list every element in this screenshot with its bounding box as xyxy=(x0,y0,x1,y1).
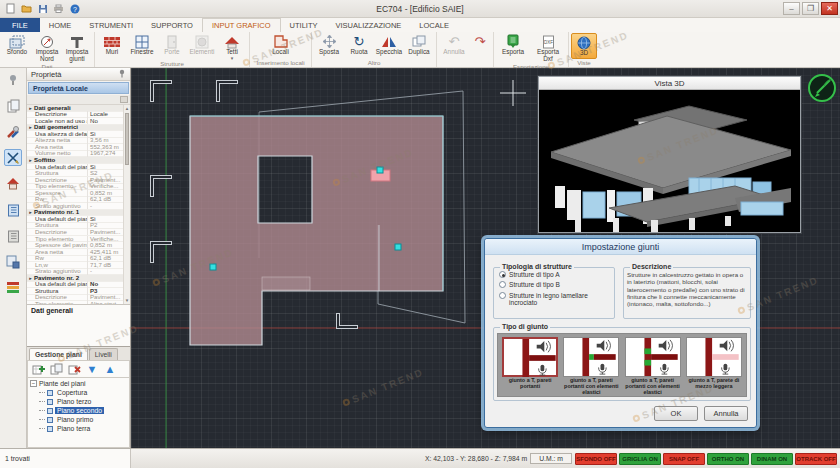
ribbon-group-strutture: Muri Finestre Porte Elementi Tetti xyxy=(95,32,250,67)
ribbon-tab[interactable]: HOME xyxy=(40,18,81,32)
compass-icon[interactable] xyxy=(807,73,837,107)
tools-icon[interactable] xyxy=(4,123,22,140)
sort-button[interactable] xyxy=(120,96,128,103)
group-expander-icon[interactable]: ▸ xyxy=(27,124,34,130)
property-value: 0,852 m xyxy=(87,190,123,196)
sheets-icon[interactable] xyxy=(4,97,22,114)
specchia-button[interactable]: Specchia xyxy=(374,33,404,59)
restore-button[interactable]: ❐ xyxy=(802,2,819,15)
property-label: Tipo elemento xyxy=(27,301,87,304)
sposta-button[interactable]: Sposta xyxy=(314,33,344,59)
tree-root[interactable]: −Piante dei piani xyxy=(30,379,127,388)
scrollbar-thumb[interactable] xyxy=(125,113,129,165)
radio-icon[interactable] xyxy=(499,281,506,288)
house-icon[interactable] xyxy=(4,175,22,192)
redo-button[interactable]: ↷ xyxy=(469,33,491,59)
property-grid-scrollbar[interactable]: ▲ ▼ xyxy=(123,105,130,304)
status-badge[interactable]: OTRACK OFF xyxy=(795,453,837,465)
close-button[interactable]: ✕ xyxy=(821,2,838,15)
status-badge[interactable]: GRIGLIA ON xyxy=(619,453,661,465)
tetti-button[interactable]: Tetti ▾ xyxy=(217,33,247,60)
radio-option[interactable]: Strutture di tipo A xyxy=(499,271,610,278)
tree-item[interactable]: Piano secondo xyxy=(39,406,127,415)
tree-item[interactable]: Copertura xyxy=(39,388,127,397)
esporta-button[interactable]: Esporta xyxy=(496,33,530,63)
minimize-button[interactable]: – xyxy=(783,2,800,15)
joint-option[interactable]: giunto a T, pareti portanti con elementi… xyxy=(624,337,682,393)
finestre-button[interactable]: Finestre xyxy=(127,33,157,60)
tree-expander-icon[interactable]: − xyxy=(30,380,37,387)
annulla-button-dialog[interactable]: Annulla xyxy=(704,406,748,421)
tree-item[interactable]: Piano primo xyxy=(39,415,127,424)
imposta-giunti-button[interactable]: Imposta giunti xyxy=(62,33,92,63)
copy-floor-button[interactable] xyxy=(49,362,63,376)
joint-option[interactable]: giunto a T, pareti portanti con elementi… xyxy=(562,337,620,393)
status-badge[interactable]: SFONDO OFF xyxy=(575,453,617,465)
radio-option[interactable]: Strutture in legno lamellare incrociato xyxy=(499,292,610,307)
floors-panel: Gestione pianiLivelli ▼ ▲ −Piante dei pi… xyxy=(27,346,130,448)
property-label: Struttura xyxy=(27,222,87,228)
property-value: 0,852 m xyxy=(87,242,123,248)
building-save-icon[interactable] xyxy=(4,253,22,270)
tree-item[interactable]: Piano terra xyxy=(39,424,127,433)
ribbon-tab[interactable]: INPUT GRAFICO xyxy=(202,18,281,32)
group-expander-icon[interactable]: ▸ xyxy=(27,275,34,281)
floors-tab[interactable]: Gestione piani xyxy=(29,348,88,360)
status-badge[interactable]: ORTHO ON xyxy=(707,453,749,465)
ribbon-tab[interactable]: STRUMENTI xyxy=(80,18,142,32)
property-value: 71,7 dB xyxy=(87,262,123,268)
ribbon-tab[interactable]: LOCALE xyxy=(410,18,458,32)
joint-option[interactable]: giunto a T, pareti portanti xyxy=(501,337,559,393)
ribbon-tab[interactable]: FILE xyxy=(0,18,40,32)
vista-3d-panel[interactable]: Vista 3D xyxy=(538,76,801,233)
esporta-dxf-button[interactable]: DXF Esporta Dxf xyxy=(530,33,566,63)
delete-floor-button[interactable] xyxy=(67,362,81,376)
layers-legend-icon[interactable] xyxy=(4,279,22,296)
ok-button[interactable]: OK xyxy=(654,406,698,421)
ribbon-tab[interactable]: SUPPORTO xyxy=(142,18,202,32)
status-badge[interactable]: SNAP OFF xyxy=(663,453,705,465)
draw-tools-icon[interactable] xyxy=(4,149,22,166)
group-expander-icon[interactable]: ▸ xyxy=(27,105,34,111)
ruota-button[interactable]: ↻ Ruota xyxy=(344,33,374,59)
property-value: 62,1 dB xyxy=(87,255,123,261)
ribbon-tab[interactable]: VISUALIZZAZIONE xyxy=(326,18,410,32)
property-grid[interactable]: ▸Dati generaliDescrizioneLocaleLocale no… xyxy=(27,105,130,304)
property-value: Verifiche... xyxy=(87,236,123,242)
joint-option[interactable]: giunto a T, parete di mezzo leggera xyxy=(685,337,743,393)
vista-3d-button[interactable]: 3D xyxy=(571,33,597,59)
scroll-down-icon[interactable]: ▼ xyxy=(124,297,130,304)
property-row[interactable]: Tipo elementoAltra strut... xyxy=(27,301,123,304)
radio-icon[interactable] xyxy=(499,271,506,278)
move-floor-down-icon[interactable]: ▼ xyxy=(85,362,99,376)
radio-option[interactable]: Strutture di tipo B xyxy=(499,281,610,288)
move-floor-up-icon[interactable]: ▲ xyxy=(103,362,117,376)
ribbon-group-viste: 3D Viste xyxy=(569,32,599,67)
pin-icon[interactable] xyxy=(4,71,22,88)
property-group-label: Dati generali xyxy=(34,105,71,111)
ribbon: Sfondo Imposta Nord Imposta giunti Dati … xyxy=(0,32,840,68)
panel-pin-icon[interactable] xyxy=(118,69,126,80)
sfondo-button[interactable]: Sfondo xyxy=(2,33,32,63)
property-label: Rw xyxy=(27,255,87,261)
property-group-label: Soffitto xyxy=(34,157,55,163)
building-gray-icon[interactable] xyxy=(4,227,22,244)
impostazione-giunti-dialog[interactable]: Impostazione giunti Tipologia di struttu… xyxy=(484,238,757,428)
muri-button[interactable]: Muri xyxy=(97,33,127,60)
descrizione-groupbox: Descrizione Strutture in calcestruzzo ge… xyxy=(623,267,751,319)
building-icon[interactable] xyxy=(4,201,22,218)
tree-item[interactable]: Piano terzo xyxy=(39,397,127,406)
add-floor-button[interactable] xyxy=(31,362,45,376)
imposta-nord-button[interactable]: Imposta Nord xyxy=(32,33,62,63)
duplica-button[interactable]: Duplica xyxy=(404,33,434,59)
unit-of-measure[interactable]: U.M.: m xyxy=(530,453,572,464)
group-expander-icon[interactable]: ▸ xyxy=(27,209,34,215)
svg-text:DXF: DXF xyxy=(544,40,553,45)
group-expander-icon[interactable]: ▸ xyxy=(27,157,34,163)
status-badge[interactable]: DINAM ON xyxy=(751,453,793,465)
floors-tab[interactable]: Livelli xyxy=(89,348,118,360)
locali-button[interactable]: Locali xyxy=(264,33,298,59)
ribbon-tab[interactable]: UTILITY xyxy=(281,18,327,32)
radio-icon[interactable] xyxy=(499,292,506,299)
scroll-up-icon[interactable]: ▲ xyxy=(124,105,130,112)
